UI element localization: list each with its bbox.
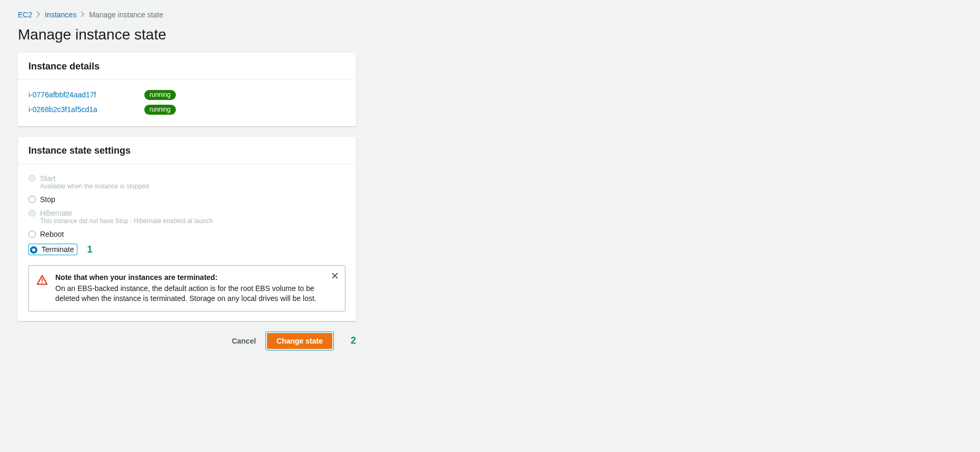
page-title: Manage instance state <box>18 26 356 43</box>
radio-start-sublabel: Available when the instance is stopped <box>40 183 149 190</box>
radio-icon <box>28 209 36 217</box>
breadcrumb-current: Manage instance state <box>89 11 163 19</box>
radio-start: Start Available when the instance is sto… <box>28 172 345 193</box>
termination-warning: Note that when your instances are termin… <box>28 265 345 312</box>
action-buttons: Cancel Change state 2 <box>18 332 356 350</box>
breadcrumb: EC2 Instances Manage instance state <box>18 11 356 19</box>
warning-icon <box>36 274 48 286</box>
cancel-button[interactable]: Cancel <box>232 337 256 345</box>
svg-rect-1 <box>42 282 43 283</box>
status-badge: running <box>144 105 176 115</box>
radio-stop[interactable]: Stop <box>28 193 345 206</box>
breadcrumb-ec2[interactable]: EC2 <box>18 11 32 19</box>
instance-details-panel: Instance details i-0776afbbf24aad17f run… <box>18 53 356 126</box>
close-warning-button[interactable] <box>331 271 339 282</box>
instance-state-settings-panel: Instance state settings Start Available … <box>18 137 356 321</box>
breadcrumb-instances[interactable]: Instances <box>45 11 76 19</box>
radio-hibernate-sublabel: This instance did not have Stop - Hibern… <box>40 217 213 225</box>
radio-icon <box>28 175 36 182</box>
change-state-wrap: Change state <box>265 332 334 350</box>
instance-state-settings-heading: Instance state settings <box>28 145 345 156</box>
change-state-button[interactable]: Change state <box>267 333 332 349</box>
radio-icon[interactable] <box>30 246 37 254</box>
radio-icon[interactable] <box>28 230 36 238</box>
instance-row: i-0776afbbf24aad17f running <box>28 87 345 102</box>
chevron-right-icon <box>81 11 85 19</box>
annotation-1: 1 <box>87 244 92 255</box>
annotation-2: 2 <box>351 335 356 346</box>
radio-start-label: Start <box>40 174 149 183</box>
radio-terminate-label: Terminate <box>42 245 74 254</box>
radio-terminate[interactable]: Terminate <box>28 244 77 255</box>
chevron-right-icon <box>36 11 41 19</box>
svg-rect-0 <box>42 278 43 282</box>
radio-reboot-label: Reboot <box>40 230 64 238</box>
instance-row: i-0268b2c3f1af5cd1a running <box>28 102 345 117</box>
warning-body: On an EBS-backed instance, the default a… <box>55 284 322 304</box>
instance-id-link[interactable]: i-0268b2c3f1af5cd1a <box>28 105 144 114</box>
radio-reboot[interactable]: Reboot <box>28 227 345 241</box>
close-icon <box>331 271 339 282</box>
status-badge: running <box>144 90 176 100</box>
instance-id-link[interactable]: i-0776afbbf24aad17f <box>28 91 144 99</box>
radio-hibernate: Hibernate This instance did not have Sto… <box>28 206 345 227</box>
radio-icon[interactable] <box>28 196 36 203</box>
warning-title: Note that when your instances are termin… <box>55 273 217 282</box>
radio-stop-label: Stop <box>40 195 55 204</box>
radio-hibernate-label: Hibernate <box>40 209 213 217</box>
instance-details-heading: Instance details <box>28 61 345 72</box>
radio-terminate-row: Terminate 1 <box>28 241 345 258</box>
